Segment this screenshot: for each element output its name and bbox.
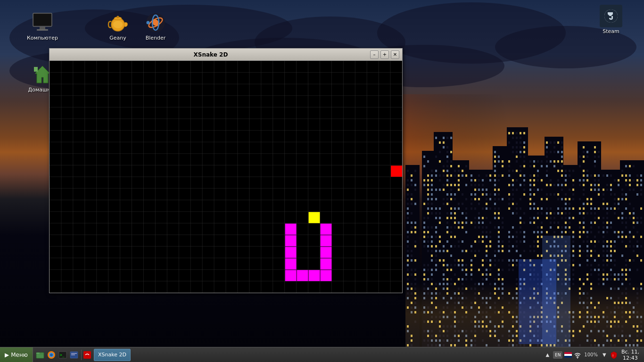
- xsnake-titlebar[interactable]: XSnake 2D – + ✕: [50, 49, 402, 61]
- xsnake-title: XSnake 2D: [52, 51, 369, 58]
- taskbar-xsnake-label: XSnake 2D: [98, 352, 126, 358]
- svg-point-7: [113, 21, 123, 28]
- svg-text:!: !: [612, 354, 613, 358]
- svg-point-9: [117, 16, 119, 18]
- svg-rect-5: [34, 67, 38, 72]
- quick-launch-firefox[interactable]: [46, 350, 57, 360]
- maximize-button[interactable]: +: [380, 50, 389, 59]
- xsnake-window: XSnake 2D – + ✕: [49, 48, 403, 293]
- svg-rect-27: [564, 352, 572, 354]
- svg-rect-3: [37, 29, 48, 31]
- window-controls: – + ✕: [369, 50, 399, 59]
- tray-keyboard[interactable]: EN: [553, 351, 562, 359]
- quick-launch-app4[interactable]: [69, 350, 79, 360]
- snake-game-canvas: [50, 61, 402, 293]
- svg-rect-18: [36, 353, 40, 354]
- start-icon: ▶: [5, 352, 9, 358]
- geany-icon-label: Geany: [109, 35, 126, 41]
- svg-text:>_: >_: [60, 353, 65, 357]
- blender-icon: [144, 11, 167, 34]
- steam-icon-label: Steam: [603, 28, 619, 34]
- tray-security[interactable]: !: [610, 351, 618, 359]
- minimize-button[interactable]: –: [370, 50, 379, 59]
- svg-rect-26: [71, 354, 75, 355]
- tray-flag[interactable]: [564, 351, 572, 359]
- quick-launch: >_: [33, 350, 82, 360]
- taskbar-app-icon: [83, 351, 91, 359]
- tray-battery[interactable]: 100%: [583, 351, 599, 359]
- blender-icon-label: Blender: [146, 35, 166, 41]
- taskbar-tray: ▲ EN 100% ▼ ! Вс. 11, 12:4: [541, 347, 644, 362]
- desktop-icon-steam[interactable]: Steam: [592, 5, 630, 34]
- close-button[interactable]: ✕: [391, 50, 399, 59]
- taskbar-apps: XSnake 2D: [82, 347, 132, 362]
- quick-launch-terminal[interactable]: >_: [58, 350, 68, 360]
- desktop-icon-blender[interactable]: Blender: [137, 9, 174, 43]
- clock-date: Вс. 11,: [621, 349, 639, 355]
- geany-icon: [107, 11, 129, 34]
- svg-rect-28: [564, 354, 572, 356]
- game-canvas: [50, 61, 402, 293]
- desktop-icon-computer[interactable]: Компьютер: [24, 9, 61, 43]
- taskbar: ▶ Меню >_: [0, 347, 644, 362]
- svg-rect-1: [34, 14, 51, 25]
- quick-launch-files[interactable]: [35, 350, 45, 360]
- clock-area[interactable]: Вс. 11, 12:43: [619, 349, 641, 361]
- battery-level: 100%: [584, 352, 598, 357]
- steam-icon: [600, 5, 622, 27]
- desktop: Компьютер Домашняя Gea: [0, 0, 644, 362]
- svg-point-14: [147, 21, 150, 25]
- start-label: Меню: [11, 352, 28, 358]
- start-button[interactable]: ▶ Меню: [0, 347, 33, 362]
- computer-icon: [31, 11, 54, 34]
- clock-time: 12:43: [623, 355, 638, 361]
- tray-download[interactable]: ▼: [601, 351, 608, 359]
- svg-rect-2: [40, 27, 45, 29]
- svg-rect-25: [71, 353, 77, 354]
- svg-rect-29: [564, 356, 572, 358]
- tray-wifi[interactable]: [574, 351, 581, 359]
- desktop-icon-geany[interactable]: Geany: [99, 9, 137, 43]
- taskbar-xsnake[interactable]: XSnake 2D: [94, 349, 131, 361]
- tray-arrow-up[interactable]: ▲: [544, 351, 551, 359]
- svg-point-30: [577, 357, 578, 358]
- svg-point-21: [50, 354, 53, 356]
- computer-icon-label: Компьютер: [27, 35, 58, 41]
